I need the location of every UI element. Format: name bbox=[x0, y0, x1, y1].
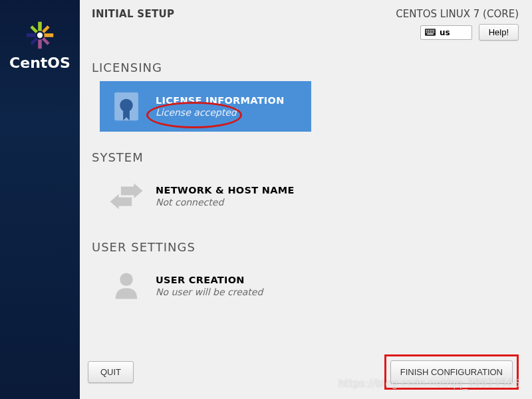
svg-rect-16 bbox=[428, 32, 429, 33]
spoke-license-status: License accepted bbox=[156, 107, 285, 118]
centos-logo: CentOS bbox=[9, 20, 70, 71]
content: LICENSING LICENSE INFORMATION License ac… bbox=[80, 41, 532, 354]
sidebar: CentOS bbox=[0, 0, 80, 399]
footer: QUIT FINISH CONFIGURATION https://blog.c… bbox=[80, 354, 532, 399]
annotation-finish-highlight: FINISH CONFIGURATION bbox=[384, 354, 519, 390]
main-panel: INITIAL SETUP CENTOS LINUX 7 (CORE) bbox=[80, 0, 532, 399]
quit-button[interactable]: QUIT bbox=[88, 361, 134, 383]
spoke-network-title: NETWORK & HOST NAME bbox=[156, 185, 295, 196]
svg-rect-7 bbox=[30, 25, 38, 33]
svg-rect-11 bbox=[428, 30, 429, 31]
spoke-license-title: LICENSE INFORMATION bbox=[156, 95, 285, 106]
section-user-heading: USER SETTINGS bbox=[92, 240, 520, 254]
section-system-heading: SYSTEM bbox=[92, 150, 520, 164]
spoke-license-information[interactable]: LICENSE INFORMATION License accepted bbox=[100, 81, 311, 132]
svg-rect-18 bbox=[432, 32, 433, 33]
page-title: INITIAL SETUP bbox=[92, 8, 174, 20]
svg-rect-19 bbox=[433, 32, 434, 33]
header: INITIAL SETUP CENTOS LINUX 7 (CORE) bbox=[80, 0, 532, 41]
spoke-user-title: USER CREATION bbox=[156, 275, 263, 285]
spoke-user-creation[interactable]: USER CREATION No user will be created bbox=[100, 261, 311, 311]
distro-label: CENTOS LINUX 7 (CORE) bbox=[396, 8, 519, 20]
spoke-network-hostname[interactable]: NETWORK & HOST NAME Not connected bbox=[100, 171, 311, 221]
user-icon bbox=[109, 269, 144, 303]
svg-point-8 bbox=[37, 33, 43, 38]
license-icon bbox=[109, 89, 144, 124]
svg-rect-17 bbox=[430, 32, 431, 33]
centos-logo-text: CentOS bbox=[9, 55, 70, 71]
svg-rect-6 bbox=[30, 37, 38, 45]
svg-rect-14 bbox=[433, 30, 434, 31]
svg-rect-10 bbox=[426, 30, 428, 31]
header-right: CENTOS LINUX 7 (CORE) bbox=[396, 8, 519, 41]
centos-logo-icon bbox=[25, 20, 55, 51]
help-button[interactable]: Help! bbox=[479, 24, 519, 41]
svg-point-25 bbox=[120, 273, 133, 287]
keyboard-icon bbox=[425, 29, 436, 36]
keyboard-layout-selector[interactable]: us bbox=[420, 25, 472, 40]
spoke-user-status: No user will be created bbox=[156, 287, 263, 297]
network-icon bbox=[109, 179, 144, 213]
keyboard-layout-text: us bbox=[440, 28, 450, 37]
svg-rect-13 bbox=[432, 30, 433, 31]
svg-rect-15 bbox=[426, 32, 428, 33]
svg-rect-20 bbox=[427, 33, 433, 35]
svg-rect-5 bbox=[42, 37, 50, 45]
section-licensing-heading: LICENSING bbox=[92, 61, 520, 74]
spoke-network-status: Not connected bbox=[156, 197, 295, 207]
svg-rect-0 bbox=[38, 22, 42, 31]
svg-rect-12 bbox=[430, 30, 431, 31]
svg-rect-3 bbox=[27, 33, 36, 37]
svg-rect-2 bbox=[38, 39, 42, 49]
finish-configuration-button[interactable]: FINISH CONFIGURATION bbox=[390, 360, 513, 384]
svg-rect-1 bbox=[44, 33, 53, 37]
svg-rect-4 bbox=[42, 25, 50, 33]
